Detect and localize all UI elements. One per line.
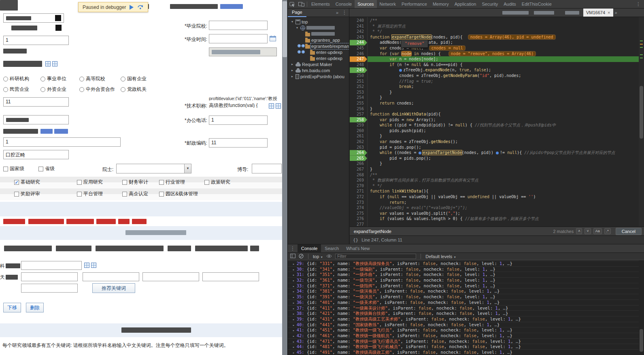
console-entry[interactable]: ▸ 33: {id: "371", name: "一级指挥", isParent… (288, 283, 644, 289)
checkbox-icon[interactable] (122, 192, 127, 197)
console-filter-input[interactable]: Filter (335, 254, 416, 259)
tab-audits[interactable]: Audits (501, 0, 519, 8)
console-entry[interactable]: ▸ 30: {id: "341", name: "一级编剧", isParent… (288, 266, 644, 272)
tree-item-hm-baidu-com[interactable]: ▸hm.baidu.com (288, 67, 349, 73)
inspect-element-icon[interactable] (288, 0, 297, 8)
radio-option[interactable]: 事业单位 (40, 75, 66, 82)
radio-icon[interactable] (3, 77, 8, 81)
line-number-266[interactable]: 266 (350, 161, 367, 167)
radio-icon[interactable] (3, 87, 8, 92)
line-number-273[interactable]: 273 (350, 200, 367, 205)
inline-breakpoint-icon[interactable] (399, 69, 402, 72)
code-line-255[interactable]: return cnodes; (368, 101, 639, 106)
tab-network[interactable]: Network (377, 0, 399, 8)
console-entry[interactable]: ▸ 37: {id: "411", name: "一级舞美设计师", isPar… (288, 305, 644, 311)
editor-tabs-overflow-icon[interactable]: » (613, 10, 619, 15)
console-entry[interactable]: ▸ 39: {id: "431", name: "教授级高级工艺美术师", is… (288, 316, 644, 322)
code-line-273[interactable]: return; (368, 200, 639, 205)
console-entry[interactable]: ▸ 32: {id: "361", name: "一级导演", isParent… (288, 277, 644, 283)
line-number-251[interactable]: 251 (350, 79, 367, 84)
tree-item-request-maker[interactable]: ▸Request Maker (288, 61, 349, 67)
tree-expander-icon[interactable]: ▸ (290, 75, 294, 78)
console-sidebar-icon[interactable] (290, 254, 295, 259)
line-number-241[interactable]: 241 (350, 24, 367, 29)
keyword-input[interactable] (142, 272, 199, 281)
drawer-menu-icon[interactable]: ⋮ (288, 246, 298, 251)
radio-option[interactable]: 国有企业 (121, 75, 147, 82)
tree-item-enter-updexp[interactable]: enter-updexp (288, 55, 349, 61)
checkbox-icon[interactable] (159, 180, 164, 185)
checkbox-item[interactable]: 省级 (38, 165, 55, 172)
console-entry[interactable]: ▸ 34: {id: "381", name: "一级演奏员", isParen… (288, 288, 644, 294)
checkbox-icon[interactable] (38, 167, 43, 171)
subject-input[interactable] (21, 261, 82, 270)
search-input[interactable]: expandTargetNode (352, 229, 550, 234)
redacted-link[interactable] (54, 129, 68, 134)
line-number-258[interactable]: 258 (350, 117, 367, 123)
navigator-tab-page[interactable]: Page (288, 8, 306, 17)
line-number-256[interactable]: 256 (350, 106, 367, 112)
code-line-275[interactable]: var values = valueObj.split(","); (368, 211, 639, 216)
tab-performance[interactable]: Performance (399, 0, 430, 8)
form-input[interactable] (3, 115, 69, 124)
console-entry[interactable]: ▸ 41: {id: "451", name: "教授级一级飞行员", isPa… (288, 327, 644, 333)
tree-item-egrantres-app[interactable]: egrantres_app (288, 37, 349, 43)
checkbox-item[interactable]: 基础研究 (14, 179, 40, 186)
checkbox-icon[interactable] (14, 192, 19, 197)
code-line-271[interactable]: function linkWithData(){ (368, 188, 639, 194)
postal-input[interactable]: 11 (209, 138, 268, 148)
redacted-editor-tab[interactable] (502, 11, 529, 15)
code-line-272[interactable]: if (null == valueObj || valueObj == unde… (368, 194, 639, 200)
line-number-240[interactable]: 240 (350, 18, 367, 24)
address-input[interactable]: 1 (3, 137, 121, 147)
tree-item-redacted[interactable]: ▾ (288, 25, 349, 31)
live-expression-eye-icon[interactable] (326, 254, 332, 259)
page-scrollbar-thumb[interactable] (283, 1, 287, 57)
code-line-250[interactable]: cnodes = zTreeObj.getNodeByParam("id", p… (368, 73, 639, 79)
line-number-275[interactable]: 275 (350, 211, 367, 216)
console-entry[interactable]: ▸ 29: {id: "331", name: "教授级高级报务员", isPa… (288, 261, 644, 266)
code-line-247[interactable]: var n = nodes[node]; (368, 56, 639, 62)
line-number-276[interactable]: 276 (350, 216, 367, 222)
code-line-264[interactable]: while ((nodes = expandTargetNode(nodes, … (368, 150, 639, 156)
line-number-253[interactable]: 253 (350, 90, 367, 95)
checkbox-item[interactable]: 高企认定 (122, 190, 148, 197)
radio-icon[interactable] (79, 87, 84, 92)
tab-console[interactable]: Console (333, 0, 355, 8)
radio-option[interactable]: 外资企业 (40, 86, 66, 93)
delete-button[interactable]: 删除 (26, 303, 44, 312)
code-line-277[interactable] (368, 222, 639, 227)
code-line-254[interactable]: } (368, 95, 639, 101)
tree-expander-icon[interactable]: ▾ (295, 26, 299, 30)
line-number-250[interactable]: 250 (350, 73, 367, 79)
tree-item-redacted[interactable] (288, 31, 349, 37)
line-number-277[interactable]: 277 (350, 222, 367, 227)
line-number-244[interactable]: 244 (350, 40, 367, 45)
line-number-254[interactable]: 254 (350, 95, 367, 101)
search-cancel-button[interactable]: Cancel (616, 228, 642, 235)
code-line-246[interactable]: for (var node in nodes) { node = "remove… (368, 51, 639, 57)
radio-icon[interactable] (79, 77, 84, 81)
console-entry[interactable]: ▸ 36: {id: "401", name: "一级美术师", isParen… (288, 299, 644, 305)
code-line-248[interactable]: if (n != null && n.id===pid) { (368, 62, 639, 68)
navigator-more-panels-icon[interactable]: » (334, 10, 340, 15)
console-entry[interactable]: ▸ 31: {id: "351", name: "一级作曲", isParent… (288, 272, 644, 277)
checkbox-icon[interactable] (77, 192, 82, 197)
code-line-270[interactable]: * */ (368, 183, 639, 189)
code-line-243[interactable]: function expandTargetNode(nodes, pid){no… (368, 34, 639, 40)
checkbox-item[interactable]: 奖励评审 (14, 190, 40, 197)
calendar-icon[interactable] (270, 35, 276, 43)
code-line-251[interactable]: //flag = true; (368, 79, 639, 84)
line-number-259[interactable]: 259 (350, 122, 367, 128)
code-line-257[interactable]: function doLinkWithData(pid){ (368, 111, 639, 117)
code-line-262[interactable]: var nodes = zTreeObj.getNodes(); (368, 139, 639, 145)
specialty-input[interactable]: 口腔正畸 (3, 150, 69, 159)
tree-select-icon[interactable] (84, 263, 89, 268)
editor-scrollbar[interactable] (639, 17, 644, 227)
checkbox-icon[interactable] (159, 192, 164, 197)
checkbox-item[interactable]: 财务审计 (122, 179, 148, 186)
tab-security[interactable]: Security (479, 0, 501, 8)
tab-memory[interactable]: Memory (430, 0, 452, 8)
code-line-263[interactable]: pid = pids.pop(); (368, 145, 639, 150)
tree-expander-icon[interactable]: ▸ (290, 62, 294, 66)
